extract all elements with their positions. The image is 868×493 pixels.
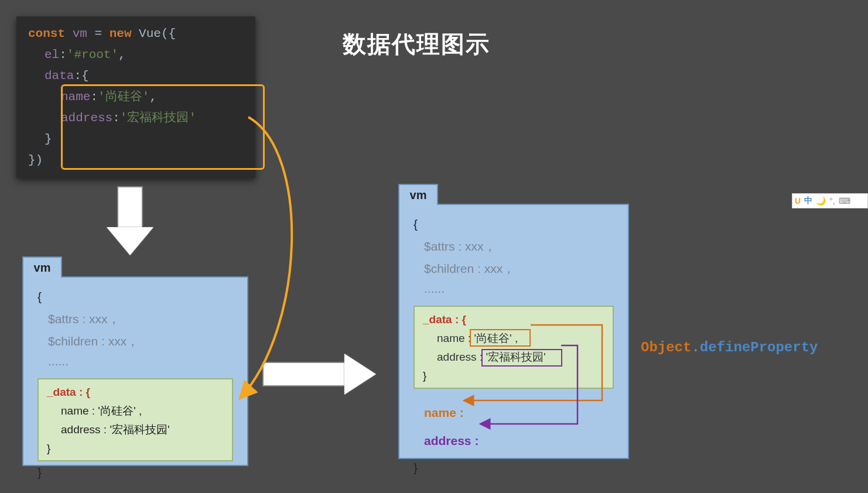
vm-body-right: { $attrs : xxx， $children : xxx， ······ … [399, 205, 628, 487]
odp-fn: defineProperty [700, 340, 818, 355]
vm-left-data-label: _data : { [47, 383, 224, 402]
el-key: el [45, 48, 59, 61]
address-key: address [61, 111, 112, 125]
vm-right-data-box: _data : { name : '尚硅谷' , address : '宏福科技… [414, 306, 614, 389]
vm-tab-right: vm [398, 184, 438, 205]
open-paren-brace: ({ [161, 27, 176, 40]
vm-right-attrs: $attrs : xxx， [414, 235, 614, 258]
code-line-7: }) [28, 150, 244, 171]
vm-right-close-brace: } [414, 457, 614, 479]
vm-right-data-close: } [423, 367, 604, 385]
vm-left-name-line: name : '尚硅谷' , [47, 402, 224, 420]
vm-left-data-close: } [47, 439, 224, 458]
vm-left-attrs: $attrs : xxx， [37, 308, 233, 330]
code-line-5: address:'宏福科技园' [28, 108, 244, 129]
vm-right-data-label: _data : { [423, 310, 604, 329]
vm-tab-left: vm [22, 256, 62, 278]
ime-toolbar[interactable]: U 中 🌙 °, ⌨ [792, 193, 868, 208]
ime-punct-indicator[interactable]: °, [829, 196, 835, 206]
vm-body-left: { $attrs : xxx， $children : xxx， ······ … [23, 278, 247, 492]
vm-right-name-val: '尚硅谷' , [474, 332, 518, 344]
odp-dot: . [691, 340, 699, 355]
vm-right-children: $children : xxx， [414, 258, 614, 280]
proxy-name-line: name : [414, 402, 614, 424]
code-line-6: } [28, 129, 244, 150]
vm-left-data-box: _data : { name : '尚硅谷' , address : '宏福科技… [37, 378, 233, 461]
ime-lang-indicator[interactable]: 中 [804, 196, 812, 206]
data-close: } [45, 132, 52, 146]
code-line-3: data:{ [28, 66, 244, 87]
code-line-2: el:'#root', [28, 44, 244, 66]
vm-left-address-line: address : '宏福科技园' [47, 420, 224, 439]
vm-right-name-line: name : '尚硅谷' , [423, 329, 604, 348]
vm-left-children: $children : xxx， [37, 330, 233, 352]
odp-object: Object [641, 340, 691, 355]
diagram-title: 数据代理图示 [343, 28, 490, 60]
code-line-4: name:'尚硅谷', [28, 87, 244, 108]
name-key: name [61, 90, 90, 104]
ime-keyboard-icon[interactable]: ⌨ [839, 196, 850, 206]
data-open: :{ [74, 69, 88, 83]
equals: = [94, 27, 102, 40]
code-line-1: const vm = new Vue({ [28, 23, 244, 44]
ime-moon-icon[interactable]: 🌙 [816, 196, 826, 206]
address-value: '宏福科技园' [120, 111, 196, 125]
class-vue: Vue [139, 27, 161, 40]
code-block: const vm = new Vue({ el:'#root', data:{ … [16, 16, 255, 178]
ime-logo-icon: U [795, 196, 801, 206]
close-brace-paren: }) [28, 153, 43, 167]
data-key: data [45, 69, 74, 83]
vm-left-close-brace: } [37, 461, 233, 484]
vm-left-open-brace: { [37, 286, 233, 308]
vm-right-open-brace: { [414, 213, 614, 235]
arrow-down-icon [107, 186, 153, 256]
vm-right-addr-line: address : '宏福科技园' [423, 348, 604, 367]
vm-box-left: vm { $attrs : xxx， $children : xxx， ····… [22, 276, 248, 466]
el-value: '#root' [67, 48, 118, 61]
name-value: '尚硅谷' [98, 90, 149, 104]
arrow-right-icon [262, 354, 380, 395]
vm-box-right: vm { $attrs : xxx， $children : xxx， ····… [398, 204, 629, 459]
keyword-const: const [28, 27, 65, 40]
vm-right-addr-val: '宏福科技园' [486, 351, 545, 363]
var-vm: vm [73, 27, 87, 40]
vm-left-dots: ······ [37, 352, 233, 375]
object-define-property-label: Object.defineProperty [641, 340, 818, 355]
keyword-new: new [110, 27, 132, 40]
proxy-address-line: address : [414, 430, 614, 452]
vm-right-dots: ······ [414, 280, 614, 302]
